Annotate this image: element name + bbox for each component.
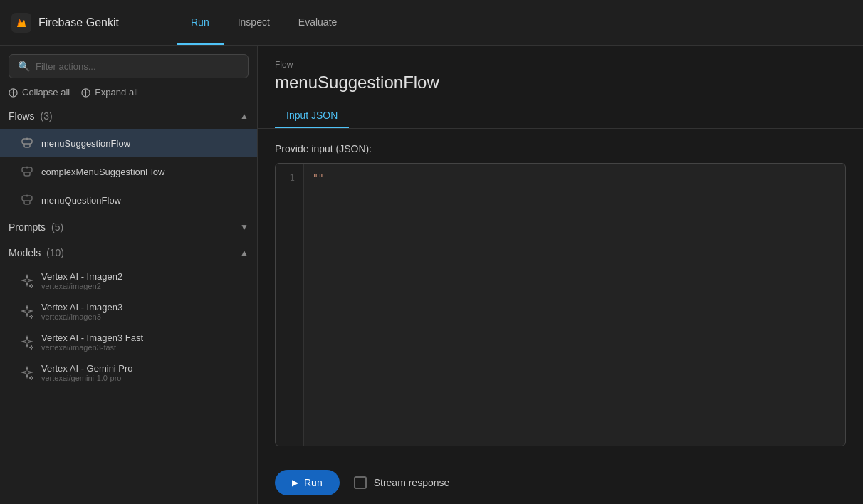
tab-run[interactable]: Run	[177, 0, 224, 45]
content-type-label: Flow	[275, 60, 846, 70]
flows-title-area: Flows (3)	[9, 110, 53, 122]
spark-icon	[20, 305, 34, 319]
json-editor[interactable]: 1 ""	[275, 163, 846, 446]
flows-section-header[interactable]: Flows (3) ▲	[0, 103, 257, 129]
firebase-logo-icon	[11, 13, 31, 33]
flow-item-label-menu-suggestion: menuSuggestionFlow	[41, 138, 130, 149]
expand-all-button[interactable]: ⨁ Expand all	[81, 87, 138, 98]
expand-icon: ⨁	[81, 87, 90, 98]
expand-label: Expand all	[95, 87, 138, 98]
collapse-all-button[interactable]: ⨁ Collapse all	[9, 87, 70, 98]
app-title: Firebase Genkit	[38, 16, 119, 29]
content-body: Provide input (JSON): 1 ""	[258, 129, 863, 461]
spark-icon	[20, 274, 34, 288]
model-id-imagen3-fast: vertexai/imagen3-fast	[41, 343, 143, 352]
model-name-imagen3: Vertex AI - Imagen3	[41, 302, 122, 313]
main-layout: 🔍 ⨁ Collapse all ⨁ Expand all Flows (3)	[0, 46, 863, 504]
model-item-vertex-imagen3-fast[interactable]: Vertex AI - Imagen3 Fast vertexai/imagen…	[0, 327, 257, 357]
stream-response-label: Stream response	[374, 477, 450, 488]
model-text-imagen3: Vertex AI - Imagen3 vertexai/imagen3	[41, 302, 122, 321]
model-text-imagen2: Vertex AI - Imagen2 vertexai/imagen2	[41, 271, 122, 290]
play-icon: ▶	[292, 478, 298, 488]
search-area: 🔍	[0, 46, 257, 84]
models-section-header[interactable]: Models (10) ▲	[0, 240, 257, 266]
model-item-vertex-imagen2[interactable]: Vertex AI - Imagen2 vertexai/imagen2	[0, 266, 257, 296]
main-content: Flow menuSuggestionFlow Input JSON Provi…	[258, 46, 863, 504]
top-nav: Firebase Genkit Run Inspect Evaluate	[0, 0, 863, 46]
spark-icon	[20, 366, 34, 380]
run-button[interactable]: ▶ Run	[275, 470, 340, 495]
flow-item-label-question: menuQuestionFlow	[41, 195, 121, 206]
model-name-gemini-pro: Vertex AI - Gemini Pro	[41, 363, 133, 374]
line-number-1: 1	[284, 172, 295, 183]
tab-input-json[interactable]: Input JSON	[275, 104, 349, 128]
flows-title: Flows	[9, 110, 35, 122]
prompts-section-header[interactable]: Prompts (5) ▼	[0, 214, 257, 240]
svg-point-3	[26, 195, 28, 197]
model-name-imagen3-fast: Vertex AI - Imagen3 Fast	[41, 332, 143, 343]
search-input[interactable]	[36, 61, 239, 72]
svg-point-1	[26, 138, 28, 140]
sidebar: 🔍 ⨁ Collapse all ⨁ Expand all Flows (3)	[0, 46, 258, 504]
models-title-area: Models (10)	[9, 247, 64, 258]
flows-count: (3)	[38, 110, 53, 122]
bottom-toolbar: ▶ Run Stream response	[258, 461, 863, 504]
model-id-imagen3: vertexai/imagen3	[41, 313, 122, 321]
models-chevron-icon: ▲	[240, 248, 249, 258]
flow-icon	[20, 164, 34, 179]
flows-chevron-icon: ▲	[240, 111, 249, 121]
prompts-title: Prompts	[9, 221, 46, 233]
collapse-icon: ⨁	[9, 87, 18, 98]
search-icon: 🔍	[18, 61, 30, 72]
content-title: menuSuggestionFlow	[275, 73, 846, 93]
tab-inspect[interactable]: Inspect	[224, 0, 284, 45]
model-item-vertex-gemini-pro[interactable]: Vertex AI - Gemini Pro vertexai/gemini-1…	[0, 357, 257, 388]
sidebar-item-menuSuggestionFlow[interactable]: menuSuggestionFlow	[0, 129, 257, 157]
input-label: Provide input (JSON):	[275, 143, 846, 154]
model-item-vertex-imagen3[interactable]: Vertex AI - Imagen3 vertexai/imagen3	[0, 296, 257, 327]
nav-tabs: Run Inspect Evaluate	[177, 0, 351, 45]
stream-response-area[interactable]: Stream response	[354, 476, 450, 489]
svg-point-2	[26, 167, 28, 169]
stream-checkbox[interactable]	[354, 476, 367, 489]
tab-evaluate[interactable]: Evaluate	[284, 0, 351, 45]
model-id-imagen2: vertexai/imagen2	[41, 282, 122, 290]
model-text-imagen3-fast: Vertex AI - Imagen3 Fast vertexai/imagen…	[41, 332, 143, 352]
model-name-imagen2: Vertex AI - Imagen2	[41, 271, 122, 282]
flow-icon	[20, 193, 34, 207]
prompts-count: (5)	[48, 221, 63, 233]
search-box[interactable]: 🔍	[9, 54, 249, 78]
models-count: (10)	[43, 247, 64, 258]
collapse-expand-row: ⨁ Collapse all ⨁ Expand all	[0, 84, 257, 103]
sidebar-item-complexMenuSuggestionFlow[interactable]: complexMenuSuggestionFlow	[0, 157, 257, 186]
sidebar-content: Flows (3) ▲ menuSuggestionFlow	[0, 103, 257, 504]
content-header: Flow menuSuggestionFlow Input JSON	[258, 46, 863, 129]
logo-area: Firebase Genkit	[11, 13, 154, 33]
editor-content[interactable]: ""	[304, 164, 845, 446]
prompts-chevron-icon: ▼	[240, 222, 249, 232]
models-title: Models	[9, 247, 41, 258]
sidebar-item-menuQuestionFlow[interactable]: menuQuestionFlow	[0, 186, 257, 214]
model-text-gemini-pro: Vertex AI - Gemini Pro vertexai/gemini-1…	[41, 363, 133, 382]
content-tabs: Input JSON	[275, 104, 846, 128]
run-button-label: Run	[304, 477, 323, 488]
spark-icon	[20, 335, 34, 350]
collapse-label: Collapse all	[22, 87, 70, 98]
flow-icon	[20, 136, 34, 150]
flow-item-label-complex: complexMenuSuggestionFlow	[41, 167, 164, 177]
line-numbers: 1	[276, 164, 304, 446]
prompts-title-area: Prompts (5)	[9, 221, 63, 233]
model-id-gemini-pro: vertexai/gemini-1.0-pro	[41, 374, 133, 382]
